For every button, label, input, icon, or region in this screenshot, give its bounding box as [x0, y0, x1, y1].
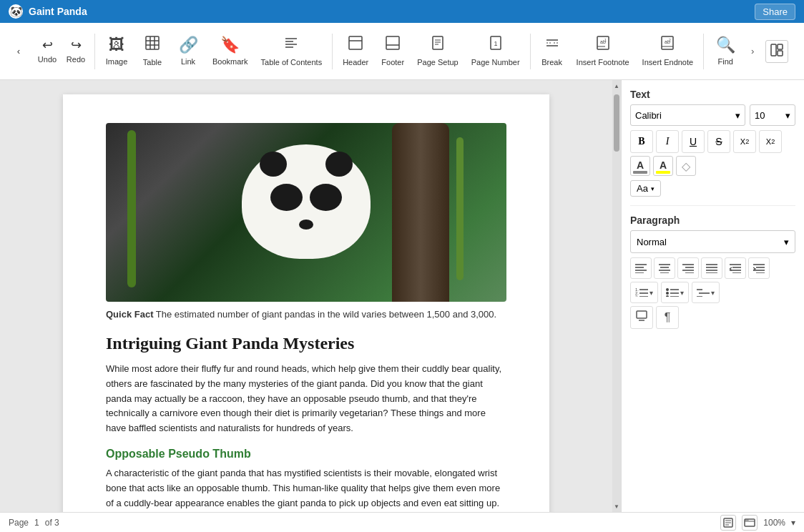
highlight-button[interactable]: A — [653, 156, 673, 176]
current-page: 1 — [34, 518, 39, 528]
show-formatting-button[interactable]: ¶ — [656, 306, 679, 329]
page-number-button[interactable]: 1 Page Number — [466, 31, 526, 72]
indent-decrease-button[interactable] — [725, 257, 746, 279]
ordered-list-button[interactable]: 1.2.3. ▾ — [630, 282, 658, 303]
svg-rect-31 — [771, 44, 776, 56]
status-bar: Page 1 of 3 100% ▾ — [0, 512, 804, 532]
svg-rect-11 — [386, 36, 399, 49]
subscript-button[interactable]: X2 — [759, 130, 782, 153]
undo-button[interactable]: ↩ Undo — [34, 35, 60, 68]
insert-endnote-button[interactable]: ab2 Insert Endnote — [637, 31, 700, 72]
insert-footnote-label: Insert Footnote — [577, 58, 629, 67]
bookmark-button[interactable]: 🔖 Bookmark — [207, 31, 254, 71]
paragraph-style-value: Normal — [637, 237, 667, 247]
undo-icon: ↩ — [42, 38, 53, 54]
page-setup-icon — [430, 35, 446, 55]
erase-format-button[interactable]: ◇ — [676, 156, 696, 176]
share-button[interactable]: Share — [755, 4, 795, 20]
clear-format-icon — [635, 310, 648, 325]
svg-rect-13 — [433, 36, 443, 49]
find-label: Find — [717, 57, 732, 66]
align-center-button[interactable] — [654, 257, 675, 279]
font-size-select[interactable]: 10 ▾ — [750, 104, 795, 126]
bookmark-icon: 🔖 — [220, 36, 240, 54]
svg-rect-73 — [637, 311, 647, 318]
app-title-group: 🐼 Gaint Panda — [9, 4, 87, 19]
toc-icon — [283, 35, 299, 55]
break-label: Break — [541, 58, 562, 67]
link-button[interactable]: 🔗 Link — [171, 31, 205, 71]
panda-ear-left — [260, 152, 287, 177]
underline-button[interactable]: U — [682, 130, 705, 153]
unordered-list-chevron: ▾ — [680, 289, 684, 297]
italic-button[interactable]: I — [656, 130, 679, 153]
panda-ear-right — [325, 152, 353, 177]
font-family-select[interactable]: Calibri ▾ — [630, 104, 745, 126]
font-size-chevron: ▾ — [785, 110, 790, 121]
sub-heading: Opposable Pseudo Thumb — [106, 448, 506, 460]
quick-fact-1-text: The estimated number of giant pandas in … — [156, 309, 496, 320]
svg-text:3.: 3. — [635, 295, 639, 297]
panda-image — [106, 123, 506, 302]
align-left-button[interactable] — [630, 257, 652, 279]
panel-divider-1 — [630, 205, 795, 206]
strikethrough-button[interactable]: S — [707, 130, 730, 153]
text-section-title: Text — [630, 89, 795, 100]
toc-button[interactable]: Table of Contents — [255, 31, 328, 72]
app-title: Gaint Panda — [29, 6, 87, 17]
align-right-button[interactable] — [677, 257, 699, 279]
table-button[interactable]: Table — [135, 31, 170, 72]
text-style-dropdown[interactable]: Aa ▾ — [630, 180, 661, 197]
footer-button[interactable]: Footer — [376, 31, 410, 72]
insert-footnote-button[interactable]: ab1 Insert Footnote — [571, 31, 635, 72]
alignment-row — [630, 257, 795, 279]
unordered-list-button[interactable]: ▾ — [661, 282, 689, 303]
insert-endnote-label: Insert Endnote — [642, 58, 694, 67]
superscript-button[interactable]: X2 — [733, 130, 756, 153]
highlight-bar — [656, 171, 670, 174]
align-justify-button[interactable] — [701, 257, 722, 279]
redo-button[interactable]: ↪ Redo — [63, 35, 89, 68]
header-button[interactable]: Header — [337, 31, 374, 72]
clear-format-button[interactable] — [630, 306, 653, 329]
tree-bark — [392, 123, 449, 302]
scroll-up-arrow[interactable]: ▲ — [612, 80, 621, 92]
image-button[interactable]: 🖼 Image — [99, 31, 134, 71]
document-page: Quick Fact The estimated number of giant… — [63, 94, 549, 512]
status-right: 100% ▾ — [720, 515, 795, 531]
toolbar-more-button[interactable]: › — [744, 34, 761, 69]
font-select-chevron: ▾ — [735, 110, 740, 121]
link-label: Link — [181, 57, 195, 66]
scroll-down-arrow[interactable]: ▼ — [612, 501, 621, 512]
page-label: Page — [9, 518, 29, 528]
title-bar: 🐼 Gaint Panda Share — [0, 0, 804, 23]
vertical-scrollbar[interactable]: ▲ ▼ — [612, 80, 621, 512]
layout-toggle-button[interactable] — [765, 40, 788, 63]
find-button[interactable]: 🔍 Find — [708, 31, 742, 71]
font-color-button[interactable]: A — [630, 156, 650, 176]
quick-fact-label: Quick Fact — [106, 309, 153, 320]
layout-icon — [770, 44, 783, 59]
scroll-thumb[interactable] — [614, 94, 619, 152]
multilevel-list-button[interactable]: ▾ — [692, 282, 720, 303]
font-name-value: Calibri — [635, 110, 662, 121]
indent-increase-button[interactable] — [748, 257, 770, 279]
sep3 — [530, 34, 531, 69]
main-area: Quick Fact The estimated number of giant… — [0, 80, 804, 512]
bold-button[interactable]: B — [630, 130, 653, 153]
color-row: A A ◇ — [630, 156, 795, 176]
image-label: Image — [106, 57, 128, 66]
header-icon — [348, 35, 363, 55]
document-area[interactable]: Quick Fact The estimated number of giant… — [0, 80, 612, 512]
status-left: Page 1 of 3 — [9, 518, 59, 528]
print-view-button[interactable] — [720, 515, 736, 531]
nav-prev-button[interactable]: ‹ — [6, 39, 31, 64]
table-label: Table — [143, 58, 162, 67]
svg-rect-32 — [778, 44, 783, 49]
paragraph-style-select[interactable]: Normal ▾ — [630, 230, 795, 253]
page-setup-button[interactable]: Page Setup — [411, 31, 464, 72]
zoom-chevron: ▾ — [791, 518, 795, 528]
header-label: Header — [343, 58, 368, 67]
web-view-button[interactable] — [742, 515, 758, 531]
break-button[interactable]: Break — [535, 31, 569, 72]
